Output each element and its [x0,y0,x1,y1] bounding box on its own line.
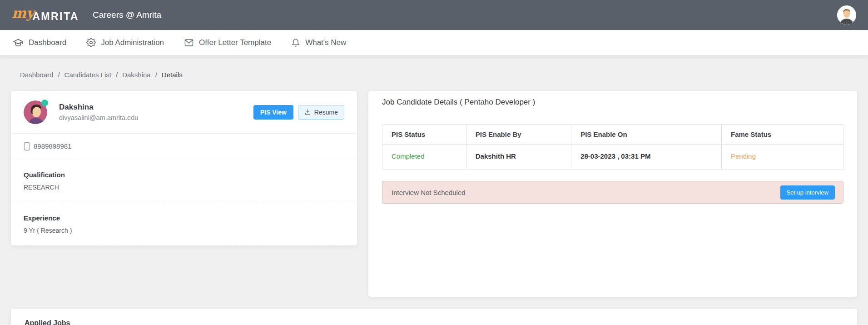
breadcrumb-dakshina[interactable]: Dakshina [122,71,151,79]
nav-item-dashboard[interactable]: Dashboard [13,38,66,47]
nav-item-offer-letter-template[interactable]: Offer Letter Template [184,38,271,47]
candidate-card: Dakshina divyasalini@am.amrita.edu PIS V… [11,91,357,246]
nav-item-label: What's New [305,38,346,47]
col-header-pis-status: PIS Status [382,125,466,145]
experience-section: Experience 9 Yr ( Research ) [11,202,357,245]
main-content: Dashboard / Candidates List / Dakshina /… [0,55,868,325]
brand-logo[interactable]: my AMRITA [12,7,79,23]
logo-amrita-text: AMRITA [32,10,79,23]
qualification-value: RESEARCH [24,184,344,191]
table-header-row: PIS Status PIS Enable By PIS Enable On F… [382,125,843,145]
qualification-section: Qualification RESEARCH [11,159,357,202]
panel-title: Job Candidate Details ( Pentaho Develope… [368,91,857,113]
candidate-header: Dakshina divyasalini@am.amrita.edu PIS V… [11,91,357,134]
main-nav: Dashboard Job Administration Offer Lette… [0,30,868,55]
table-row: Completed Dakshith HR 28-03-2023 , 03:31… [382,145,843,170]
app-header: my AMRITA Careers @ Amrita [0,0,868,30]
breadcrumb-details-current: Details [162,71,183,79]
applied-jobs-card: Applied Jobs [11,309,857,325]
col-header-fame-status: Fame Status [722,125,843,145]
nav-item-whats-new[interactable]: What's New [291,38,346,48]
breadcrumb-dashboard[interactable]: Dashboard [20,71,53,79]
resume-button[interactable]: Resume [298,105,344,120]
download-icon [304,109,311,115]
pis-enable-on-value: 28-03-2023 , 03:31 PM [571,145,722,170]
breadcrumb-candidates-list[interactable]: Candidates List [64,71,111,79]
job-candidate-details-panel: Job Candidate Details ( Pentaho Develope… [368,91,857,297]
pis-view-button[interactable]: PIS View [253,105,293,120]
candidate-phone-row: 8989898981 [11,134,357,159]
nav-item-label: Dashboard [29,38,66,47]
bell-icon [291,38,300,48]
app-title: Careers @ Amrita [93,10,161,20]
panel-body: PIS Status PIS Enable By PIS Enable On F… [368,113,857,215]
gear-icon [86,38,96,47]
experience-value: 9 Yr ( Research ) [24,227,344,234]
breadcrumb-separator: / [155,71,157,79]
qualification-label: Qualification [24,171,344,179]
experience-label: Experience [24,214,344,222]
user-avatar[interactable] [837,5,856,25]
pis-status-value: Completed [382,145,466,170]
pis-enable-by-value: Dakshith HR [466,145,571,170]
nav-item-label: Job Administration [101,38,164,47]
logo-my-text: my [12,5,34,21]
candidate-identity: Dakshina divyasalini@am.amrita.edu [59,103,138,121]
candidate-actions: PIS View Resume [253,105,344,120]
candidate-name: Dakshina [59,103,138,112]
pis-status-table: PIS Status PIS Enable By PIS Enable On F… [382,124,843,170]
fame-status-value: Pending [722,145,843,170]
nav-item-label: Offer Letter Template [199,38,271,47]
breadcrumb-separator: / [116,71,118,79]
col-header-pis-enable-by: PIS Enable By [466,125,571,145]
interview-alert: Interview Not Scheduled Set up interview [382,181,843,204]
candidate-avatar [24,100,47,124]
set-up-interview-button[interactable]: Set up interview [780,185,835,200]
envelope-icon [184,39,194,47]
breadcrumb-separator: / [58,71,60,79]
user-avatar-icon [837,5,856,25]
resume-button-label: Resume [314,109,338,116]
interview-alert-message: Interview Not Scheduled [392,189,466,196]
applied-jobs-title: Applied Jobs [25,319,843,325]
col-header-pis-enable-on: PIS Enable On [571,125,722,145]
mobile-phone-icon [24,142,30,151]
nav-item-job-administration[interactable]: Job Administration [86,38,164,47]
candidate-email: divyasalini@am.amrita.edu [59,114,138,121]
online-status-dot [41,100,48,106]
breadcrumb: Dashboard / Candidates List / Dakshina /… [11,55,857,79]
candidate-phone: 8989898981 [34,142,71,150]
graduation-cap-icon [13,38,24,47]
